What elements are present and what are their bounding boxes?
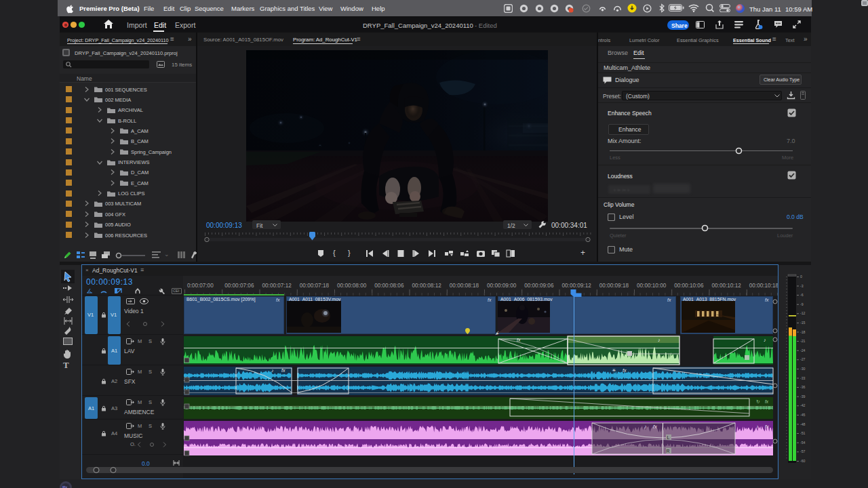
svg-text:☀: ☀ [612, 368, 616, 373]
svg-text:00:00:09:06: 00:00:09:06 [524, 283, 554, 289]
svg-text:fx: fx [653, 424, 657, 430]
svg-text:00:00:07:12: 00:00:07:12 [262, 283, 292, 289]
svg-text:-48: -48 [800, 422, 806, 426]
svg-text:L: L [667, 435, 670, 440]
svg-text:-21: -21 [800, 339, 806, 343]
svg-text:00:00:09:18: 00:00:09:18 [599, 283, 629, 289]
svg-text:-54: -54 [800, 441, 806, 445]
svg-text:♪: ♪ [644, 424, 647, 430]
svg-text:fx: fx [765, 399, 769, 404]
svg-text:-51: -51 [800, 431, 806, 435]
svg-text:00:00:10:18: 00:00:10:18 [749, 283, 778, 289]
svg-text:00:00:08:12: 00:00:08:12 [412, 283, 442, 289]
svg-text:-27: -27 [800, 357, 806, 361]
svg-text:00:00:10:00: 00:00:10:00 [637, 283, 667, 289]
svg-text:▸̸: ▸̸ [495, 331, 499, 336]
svg-text:0: 0 [800, 274, 802, 279]
svg-text:-60: -60 [800, 459, 806, 463]
svg-text:-9: -9 [800, 302, 804, 306]
svg-text:fx: fx [517, 338, 521, 342]
svg-text:00:00:09:00: 00:00:09:00 [487, 283, 517, 289]
svg-text:♪: ♪ [764, 338, 766, 342]
svg-text:-42: -42 [800, 403, 806, 407]
svg-text:↻: ↻ [756, 399, 760, 404]
svg-text:-18: -18 [800, 330, 806, 334]
svg-text:fx: fx [623, 368, 627, 373]
svg-text:-6: -6 [800, 293, 804, 297]
svg-text:-24: -24 [800, 348, 806, 352]
svg-text:-3: -3 [800, 284, 804, 288]
svg-text:00:00:08:06: 00:00:08:06 [374, 283, 404, 289]
svg-text:♪: ♪ [756, 424, 759, 430]
svg-text:00:00:08:18: 00:00:08:18 [450, 283, 479, 289]
svg-text:♪: ♪ [658, 338, 660, 342]
svg-text:-12: -12 [800, 311, 806, 315]
svg-text:00:00:09:12: 00:00:09:12 [562, 283, 592, 289]
svg-text:-39: -39 [800, 394, 806, 399]
svg-text:-45: -45 [800, 413, 806, 417]
svg-text:fx: fx [281, 368, 285, 373]
svg-text:♪: ♪ [271, 368, 274, 373]
svg-text:-57: -57 [800, 449, 806, 453]
svg-text:-36: -36 [800, 385, 806, 389]
svg-text:fx: fx [765, 424, 769, 430]
svg-text:R: R [667, 449, 670, 453]
svg-text:00:00:07:06: 00:00:07:06 [224, 283, 254, 289]
svg-text:0:00:07:00: 0:00:07:00 [187, 283, 214, 289]
svg-text:-33: -33 [800, 376, 806, 380]
svg-text:00:00:07:18: 00:00:07:18 [300, 283, 330, 289]
svg-text:-15: -15 [800, 321, 806, 325]
svg-text:00:00:10:12: 00:00:10:12 [712, 283, 742, 289]
svg-text:Pr: Pr [62, 485, 68, 488]
svg-text:00:00:08:00: 00:00:08:00 [337, 283, 367, 289]
svg-text:-30: -30 [800, 367, 806, 371]
svg-text:00:00:10:06: 00:00:10:06 [674, 283, 704, 289]
